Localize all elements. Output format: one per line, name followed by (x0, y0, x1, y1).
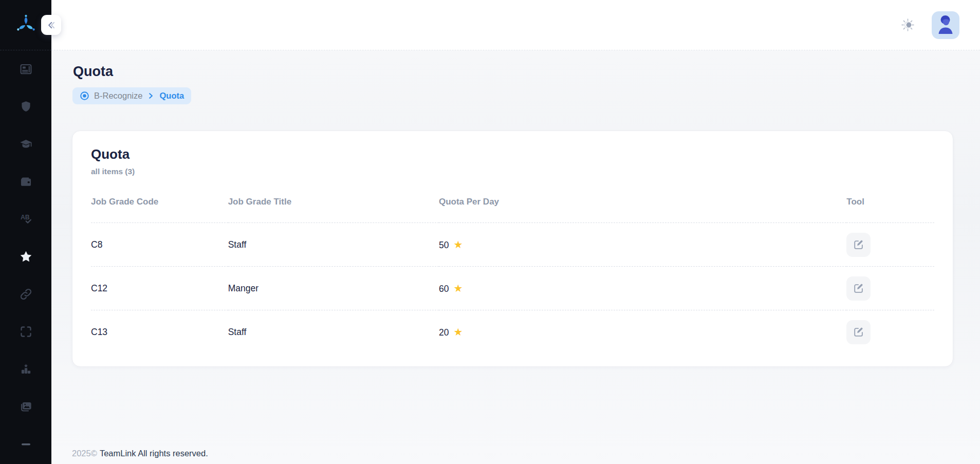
circle-dot-icon (80, 91, 89, 101)
sidebar-item-news[interactable] (0, 50, 51, 88)
star-icon: ★ (453, 283, 463, 294)
sidebar-item-link[interactable] (0, 275, 51, 313)
cell-quota-per-day: 60★ (439, 267, 846, 310)
star-icon (19, 250, 33, 264)
link-icon (19, 287, 33, 301)
star-icon: ★ (453, 239, 463, 250)
footer-copyright: 2025©TeamLink All rights reserved. (72, 449, 208, 458)
gallery-icon (19, 400, 33, 414)
card-subtitle: all items (3) (91, 167, 934, 176)
cell-job-grade-code: C13 (91, 310, 228, 354)
chevron-right-icon (147, 92, 155, 100)
cell-tool (846, 310, 934, 354)
user-avatar[interactable] (932, 11, 959, 39)
main-content: Quota B-Recognize Quota Quota all items … (51, 50, 980, 464)
column-header-quota-per-day: Quota Per Day (439, 187, 846, 223)
fullscreen-icon (19, 325, 33, 339)
table-row: C13 Staff 20★ (91, 310, 934, 354)
edit-icon (853, 283, 864, 294)
breadcrumb-item-root[interactable]: B-Recognize (94, 91, 142, 101)
footer-text: TeamLink All rights reserved. (100, 449, 208, 458)
breadcrumb: B-Recognize Quota (72, 87, 191, 104)
sidebar-item-fullscreen[interactable] (0, 313, 51, 350)
quota-value: 60 (439, 284, 449, 294)
quota-table: Job Grade Code Job Grade Title Quota Per… (91, 187, 934, 354)
star-icon: ★ (453, 326, 463, 338)
theme-toggle-button[interactable] (900, 17, 915, 32)
cell-job-grade-title: Staff (228, 223, 439, 267)
table-row: C12 Manger 60★ (91, 267, 934, 310)
edit-row-button[interactable] (846, 276, 871, 301)
column-header-job-grade-title: Job Grade Title (228, 187, 439, 223)
column-header-job-grade-code: Job Grade Code (91, 187, 228, 223)
sidebar-item-minimize[interactable] (0, 425, 51, 463)
sidebar-item-education[interactable] (0, 125, 51, 163)
cell-job-grade-code: C8 (91, 223, 228, 267)
quota-value: 20 (439, 327, 449, 338)
spellcheck-icon: AB (19, 212, 33, 226)
footer-year: 2025© (72, 449, 97, 458)
news-icon (19, 62, 33, 76)
ranking-icon (19, 362, 33, 376)
teamlink-logo-icon (15, 14, 36, 35)
cell-quota-per-day: 50★ (439, 223, 846, 267)
page-title: Quota (73, 64, 980, 80)
cell-job-grade-title: Manger (228, 267, 439, 310)
sidebar-item-security[interactable] (0, 88, 51, 125)
quota-card: Quota all items (3) Job Grade Code Job G… (72, 131, 953, 367)
cell-tool (846, 267, 934, 310)
edit-icon (853, 326, 864, 338)
wallet-icon (19, 175, 33, 189)
graduation-cap-icon (19, 137, 33, 151)
svg-text:AB: AB (20, 214, 29, 221)
edit-row-button[interactable] (846, 320, 871, 344)
cell-job-grade-title: Staff (228, 310, 439, 354)
table-row: C8 Staff 50★ (91, 223, 934, 267)
sidebar: AB (0, 0, 51, 464)
sidebar-item-quota-active[interactable] (0, 238, 51, 275)
sidebar-item-spellcheck[interactable]: AB (0, 200, 51, 238)
card-title: Quota (91, 146, 934, 162)
edit-icon (853, 239, 864, 250)
sun-moon-icon (900, 17, 915, 32)
breadcrumb-item-current[interactable]: Quota (159, 91, 184, 101)
cell-job-grade-code: C12 (91, 267, 228, 310)
sidebar-item-gallery[interactable] (0, 388, 51, 425)
sidebar-item-ranking[interactable] (0, 350, 51, 388)
double-chevron-left-icon (46, 20, 57, 31)
quota-value: 50 (439, 240, 449, 250)
sidebar-item-wallet[interactable] (0, 163, 51, 200)
collapse-sidebar-button[interactable] (41, 15, 61, 35)
cell-quota-per-day: 20★ (439, 310, 846, 354)
sidebar-nav: AB (0, 50, 51, 463)
shield-icon (19, 100, 33, 114)
edit-row-button[interactable] (846, 233, 871, 257)
minimize-icon (19, 437, 33, 451)
cell-tool (846, 223, 934, 267)
topbar (51, 0, 980, 50)
avatar-illustration-icon (932, 11, 959, 39)
column-header-tool: Tool (846, 187, 934, 223)
table-header-row: Job Grade Code Job Grade Title Quota Per… (91, 187, 934, 223)
